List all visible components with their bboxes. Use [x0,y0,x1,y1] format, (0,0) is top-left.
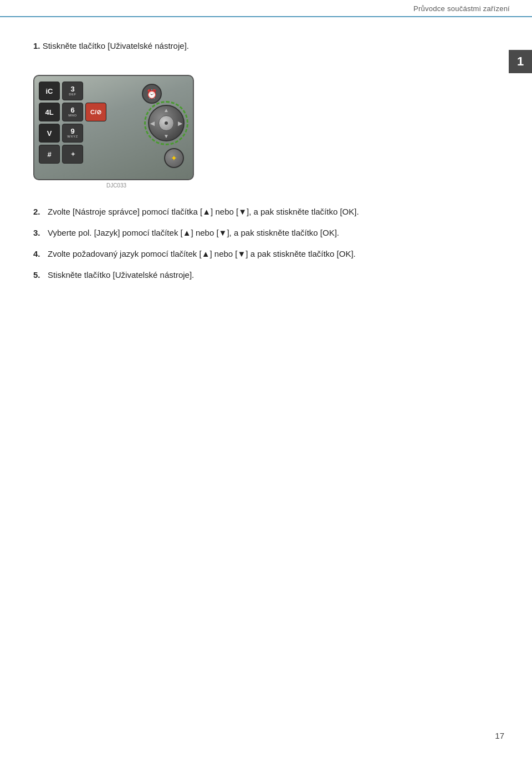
nav-right-icon: ▶ [178,120,182,126]
steps-list: 2. Zvolte [Nástroje správce] pomocí tlač… [33,205,488,282]
nav-left-icon: ◀ [150,120,155,126]
header-bar: Průvodce součástmi zařízení [0,0,532,17]
key-9: 9WXYZ [62,124,83,143]
nav-up-icon: ▲ [163,107,169,113]
chapter-badge: 1 [509,50,532,73]
key-6: 6MNO [62,103,83,121]
key-empty-1 [85,82,106,100]
key-star: ✦ [62,145,83,164]
step-1-text: 1. Stiskněte tlačítko [Uživatelské nástr… [33,41,189,50]
step-3-text: Vyberte pol. [Jazyk] pomocí tlačítek [▲]… [48,226,339,240]
user-tools-icon: ✦ [171,154,177,162]
key-ic: iC [39,82,60,100]
nav-circle[interactable]: ▲ ▼ ◀ ▶ [148,105,185,141]
key-empty-2 [85,124,106,143]
step-5-num: 5. [33,268,44,282]
main-content: 1. Stiskněte tlačítko [Uživatelské nástr… [0,17,532,312]
step-3-num: 3. [33,226,44,240]
step-2: 2. Zvolte [Nástroje správce] pomocí tlač… [33,205,488,219]
image-caption: DJC033 [33,182,200,189]
step-3: 3. Vyberte pol. [Jazyk] pomocí tlačítek … [33,226,488,240]
header-title: Průvodce součástmi zařízení [413,4,510,13]
key-4l: 4L [39,103,60,121]
page-number: 17 [495,731,504,740]
step-5: 5. Stiskněte tlačítko [Uživatelské nástr… [33,268,488,282]
nav-inner-dot [165,121,168,125]
nav-circle-container: ▲ ▼ ◀ ▶ [144,101,188,145]
key-v: V [39,124,60,143]
step-5-text: Stiskněte tlačítko [Uživatelské nástroje… [48,268,194,282]
key-empty-3 [85,145,106,164]
step-1: 1. Stiskněte tlačítko [Uživatelské nástr… [33,39,488,53]
key-hash: # [39,145,60,164]
step-4-num: 4. [33,247,44,261]
clock-icon: ⏰ [146,89,157,99]
step-4-text: Zvolte požadovaný jazyk pomocí tlačítek … [48,247,356,261]
step-1-num: 1. [33,41,40,50]
keypad-area: iC 3DEF 4L 6MNO C/⊘ V 9WXYZ # ✦ [39,82,106,164]
step-4: 4. Zvolte požadovaný jazyk pomocí tlačít… [33,247,488,261]
step-2-num: 2. [33,205,44,219]
step-2-text: Zvolte [Nástroje správce] pomocí tlačítk… [48,205,359,219]
device-image-area: iC 3DEF 4L 6MNO C/⊘ V 9WXYZ # ✦ ⏰ [33,75,200,189]
nav-inner-button[interactable] [158,115,174,131]
user-tools-button[interactable]: ✦ [164,148,184,168]
device-panel: iC 3DEF 4L 6MNO C/⊘ V 9WXYZ # ✦ ⏰ [33,75,194,180]
key-3: 3DEF [62,82,83,100]
nav-down-icon: ▼ [163,133,169,139]
chapter-number: 1 [517,54,524,69]
key-cancel: C/⊘ [85,103,106,121]
